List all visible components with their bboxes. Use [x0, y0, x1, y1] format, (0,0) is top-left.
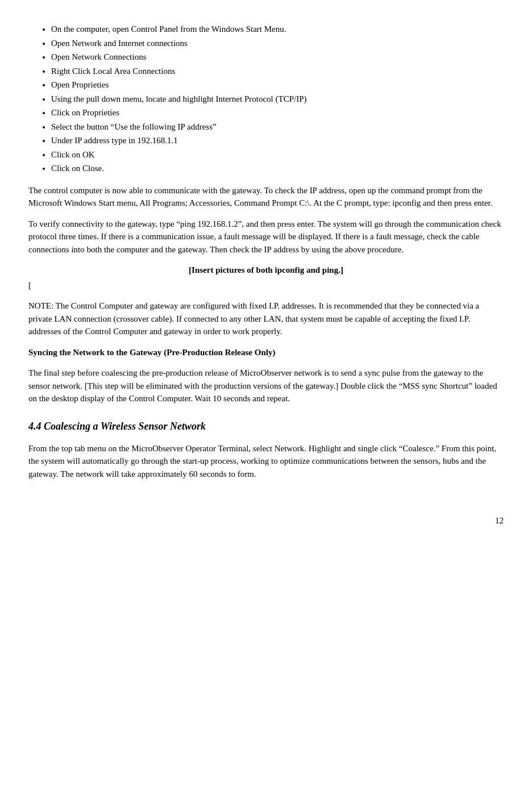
list-item: Open Proprieties	[51, 78, 504, 91]
bracket-placeholder: [	[28, 279, 504, 292]
coalescing-para: From the top tab menu on the MicroObserv…	[28, 442, 504, 481]
list-item: Click on Proprieties	[51, 106, 504, 119]
list-item: Open Network Connections	[51, 51, 504, 64]
list-item: Right Click Local Area Connections	[51, 65, 504, 78]
page-number: 12	[28, 514, 504, 527]
list-item: Using the pull down menu, locate and hig…	[51, 93, 504, 106]
list-item: Click on OK	[51, 148, 504, 161]
syncing-heading: Syncing the Network to the Gateway (Pre-…	[28, 346, 504, 359]
section-title: 4.4 Coalescing a Wireless Sensor Network	[28, 419, 504, 434]
list-item: Under IP address type in 192.168.1.1	[51, 134, 504, 147]
syncing-para: The final step before coalescing the pre…	[28, 367, 504, 405]
list-item: Click on Close.	[51, 162, 504, 175]
control-computer-para: The control computer is now able to comm…	[28, 184, 504, 210]
verify-connectivity-para: To verify connectivity to the gateway, t…	[28, 218, 504, 256]
instruction-list: On the computer, open Control Panel from…	[51, 23, 504, 175]
list-item: On the computer, open Control Panel from…	[51, 23, 504, 36]
note-para: NOTE: The Control Computer and gateway a…	[28, 299, 504, 338]
list-item: Select the button “Use the following IP …	[51, 120, 504, 134]
insert-pictures-label: [Insert pictures of both ipconfig and pi…	[28, 264, 504, 277]
list-item: Open Network and Internet connections	[51, 37, 504, 50]
